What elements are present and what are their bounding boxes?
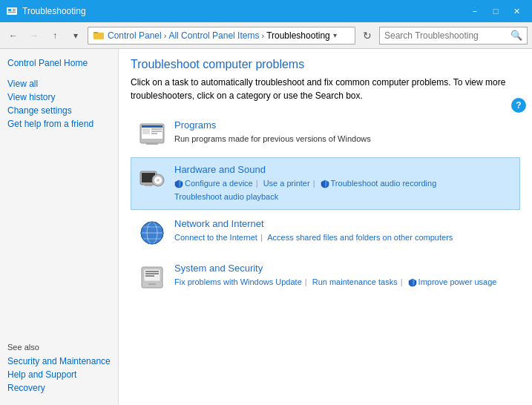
svg-rect-6: [93, 32, 98, 33]
hardware-details: Hardware and Sound Configure a device| U…: [174, 164, 513, 203]
minimize-button[interactable]: −: [465, 4, 485, 19]
shield-icon-1: [174, 180, 183, 188]
network-icon: [137, 218, 167, 248]
help-icon[interactable]: ?: [511, 98, 526, 113]
sidebar: Control Panel Home View all View history…: [0, 49, 119, 405]
svg-rect-11: [151, 128, 162, 130]
folder-icon: [93, 30, 105, 42]
svg-rect-12: [151, 131, 162, 132]
sidebar-see-also-label: See also: [7, 343, 111, 352]
close-button[interactable]: ✕: [507, 4, 526, 19]
programs-subtitle: Run programs made for previous versions …: [174, 134, 371, 143]
svg-rect-14: [146, 143, 158, 145]
breadcrumb-dropdown-icon[interactable]: ▾: [333, 31, 337, 39]
troubleshoot-audio-playback-link[interactable]: Troubleshoot audio playback: [174, 192, 278, 201]
security-details: System and Security Fix problems with Wi…: [174, 263, 513, 289]
sidebar-help-support[interactable]: Help and Support: [7, 369, 111, 380]
svg-rect-10: [142, 128, 150, 134]
shield-icon-3: [408, 278, 417, 287]
access-shared-link[interactable]: Access shared files and folders on other…: [267, 233, 453, 242]
sidebar-change-settings[interactable]: Change settings: [7, 105, 111, 116]
window-controls: − □ ✕: [465, 4, 526, 19]
forward-button[interactable]: →: [25, 27, 43, 45]
sidebar-security-maintenance[interactable]: Security and Maintenance: [7, 356, 111, 366]
breadcrumb-control-panel[interactable]: Control Panel: [108, 30, 162, 41]
programs-icon: [137, 119, 167, 149]
search-box[interactable]: 🔍: [379, 27, 528, 45]
refresh-button[interactable]: ↻: [358, 27, 376, 45]
hardware-links: Configure a device| Use a printer| Troub…: [174, 177, 513, 203]
category-network[interactable]: Network and Internet Connect to the Inte…: [131, 211, 520, 254]
fix-windows-update-link[interactable]: Fix problems with Windows Update: [174, 277, 302, 286]
troubleshoot-audio-recording-link[interactable]: Troubleshoot audio recording: [331, 179, 437, 188]
svg-rect-13: [151, 133, 157, 134]
search-icon[interactable]: 🔍: [510, 30, 522, 41]
svg-rect-5: [93, 33, 104, 39]
content-area: Troubleshoot computer problems Click on …: [119, 49, 532, 405]
main-container: Control Panel Home View all View history…: [0, 49, 532, 405]
configure-device-link[interactable]: Configure a device: [185, 179, 253, 188]
breadcrumb-current: Troubleshooting: [266, 30, 330, 41]
network-name[interactable]: Network and Internet: [174, 218, 513, 229]
svg-rect-3: [13, 10, 16, 11]
programs-desc: Run programs made for previous versions …: [174, 133, 513, 146]
back-button[interactable]: ←: [4, 27, 22, 45]
hardware-icon: [137, 164, 167, 194]
search-input[interactable]: [384, 30, 508, 41]
category-programs[interactable]: Programs Run programs made for previous …: [131, 113, 520, 156]
page-title: Troubleshoot computer problems: [131, 58, 520, 71]
sidebar-view-all[interactable]: View all: [7, 79, 111, 89]
title-bar: Troubleshooting − □ ✕: [0, 0, 532, 22]
security-icon: [137, 263, 167, 292]
shield-icon-2: [321, 180, 329, 188]
up-button[interactable]: ↑: [46, 27, 64, 45]
programs-name[interactable]: Programs: [174, 119, 513, 131]
svg-rect-29: [145, 271, 159, 272]
svg-rect-32: [148, 283, 156, 285]
category-security[interactable]: System and Security Fix problems with Wi…: [131, 256, 520, 299]
breadcrumb-all-items[interactable]: All Control Panel Items: [168, 30, 259, 41]
network-details: Network and Internet Connect to the Inte…: [174, 218, 513, 245]
security-links: Fix problems with Windows Update| Run ma…: [174, 276, 513, 289]
svg-rect-30: [145, 273, 159, 274]
hardware-name[interactable]: Hardware and Sound: [174, 164, 513, 175]
svg-rect-1: [8, 9, 11, 11]
maximize-button[interactable]: □: [486, 4, 505, 19]
recent-button[interactable]: ▾: [67, 27, 85, 45]
svg-rect-4: [8, 12, 16, 13]
programs-details: Programs Run programs made for previous …: [174, 119, 513, 146]
svg-rect-31: [145, 275, 154, 277]
title-bar-text: Troubleshooting: [22, 6, 465, 16]
category-hardware[interactable]: Hardware and Sound Configure a device| U…: [131, 157, 520, 210]
svg-rect-9: [142, 125, 162, 128]
sidebar-get-help[interactable]: Get help from a friend: [7, 119, 111, 129]
sidebar-recovery[interactable]: Recovery: [7, 383, 111, 393]
improve-power-link[interactable]: Improve power usage: [418, 277, 497, 286]
address-path[interactable]: Control Panel › All Control Panel Items …: [88, 27, 355, 45]
sidebar-control-panel-home[interactable]: Control Panel Home: [7, 58, 111, 68]
security-name[interactable]: System and Security: [174, 263, 513, 274]
sidebar-view-history[interactable]: View history: [7, 92, 111, 102]
connect-internet-link[interactable]: Connect to the Internet: [174, 233, 257, 242]
network-links: Connect to the Internet| Access shared f…: [174, 231, 513, 245]
svg-rect-20: [145, 185, 152, 186]
address-bar: ← → ↑ ▾ Control Panel › All Control Pane…: [0, 22, 532, 49]
use-printer-link[interactable]: Use a printer: [263, 179, 310, 188]
run-maintenance-link[interactable]: Run maintenance tasks: [312, 277, 398, 286]
svg-point-19: [157, 179, 160, 182]
svg-rect-2: [13, 9, 16, 10]
page-description: Click on a task to automatically trouble…: [131, 76, 520, 102]
app-icon: [6, 5, 18, 17]
